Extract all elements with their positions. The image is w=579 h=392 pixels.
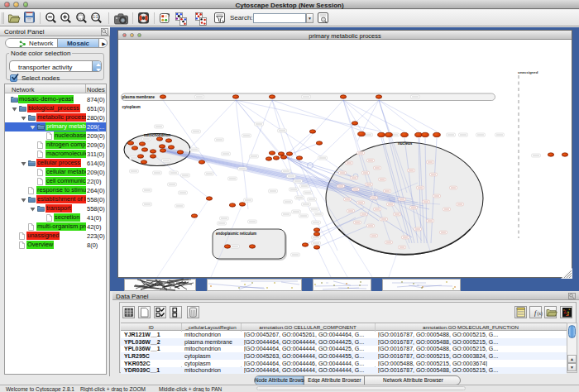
svg-text:mitochondrion: mitochondrion <box>144 133 170 137</box>
svg-text:(x): (x) <box>538 311 543 317</box>
svg-text:endoplasmic reticulum: endoplasmic reticulum <box>216 232 256 236</box>
svg-text:cytoplasm: cytoplasm <box>122 105 141 109</box>
svg-text:1:1: 1:1 <box>93 15 98 19</box>
svg-text:nucleus: nucleus <box>398 141 413 146</box>
svg-text:plasma membrane: plasma membrane <box>122 95 156 99</box>
svg-text:unassigned: unassigned <box>518 70 538 74</box>
